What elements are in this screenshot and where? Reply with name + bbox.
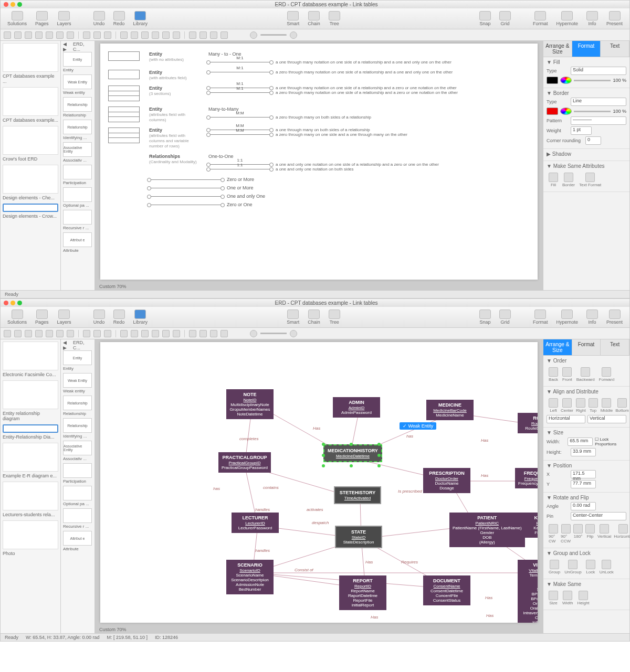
page-thumb[interactable]: [3, 165, 58, 194]
pages-button[interactable]: Pages: [33, 308, 51, 326]
redo-button[interactable]: Redo: [111, 10, 128, 27]
entity-pg[interactable]: PRACTICALGROUPPracticalGroupIDPracticalG…: [218, 452, 271, 473]
tab-text[interactable]: Text: [601, 41, 629, 57]
zoom-in-icon[interactable]: [290, 330, 297, 337]
minimize-icon[interactable]: [10, 301, 15, 305]
entity-report[interactable]: REPORTReportIDReportNameRaportDatetimeRe…: [339, 575, 386, 610]
info-button[interactable]: Info: [584, 10, 601, 27]
chain-button[interactable]: Chain: [305, 10, 323, 27]
tool-icon[interactable]: [220, 31, 228, 39]
library-shape[interactable]: [63, 463, 92, 478]
library-shape[interactable]: Relationship: [63, 97, 92, 112]
tool-icon[interactable]: [162, 330, 170, 337]
border-color-swatch[interactable]: [547, 108, 558, 115]
flip-v[interactable]: Vertical: [597, 524, 611, 543]
zoom-out-icon[interactable]: [250, 330, 257, 337]
hypernote-button[interactable]: Hypernote: [553, 308, 581, 326]
library-shape[interactable]: Associative Entity: [63, 142, 92, 157]
tool-icon[interactable]: [152, 31, 159, 39]
close-icon[interactable]: [4, 2, 8, 7]
present-button[interactable]: Present: [604, 308, 625, 326]
hypernote-button[interactable]: Hypernote: [553, 10, 581, 27]
tool-icon[interactable]: [25, 330, 32, 337]
pattern-select[interactable]: ————: [571, 116, 626, 125]
page-thumb[interactable]: [3, 380, 58, 409]
same-text-button[interactable]: Text Format: [579, 173, 601, 187]
same-size[interactable]: Size: [549, 591, 558, 605]
lock-button[interactable]: Lock: [586, 560, 595, 574]
unlock-button[interactable]: UnLock: [600, 560, 614, 574]
drawing-page[interactable]: Entity(with no attributes)Many - to - On…: [100, 44, 538, 280]
fill-color-swatch[interactable]: [547, 77, 558, 84]
corner-input[interactable]: 0: [585, 136, 601, 145]
tool-icon[interactable]: [35, 330, 43, 337]
tool-icon[interactable]: [173, 330, 180, 337]
smart-button[interactable]: Smart: [284, 308, 302, 326]
library-shape[interactable]: Attribut e: [63, 531, 92, 546]
weight-input[interactable]: 1 pt: [571, 126, 592, 135]
library-shape[interactable]: [63, 187, 92, 202]
text-tool[interactable]: [25, 31, 32, 39]
entity-medhist[interactable]: MEDICATIONHISTORYMedicineDatetime: [323, 444, 382, 462]
tool-icon[interactable]: [152, 330, 159, 337]
height-input[interactable]: 33.9 mm: [571, 448, 596, 456]
grid-button[interactable]: Grid: [497, 308, 513, 326]
tool-icon[interactable]: [4, 330, 11, 337]
tool-icon[interactable]: [131, 31, 138, 39]
page-thumb[interactable]: [3, 482, 58, 510]
tool-icon[interactable]: [104, 31, 111, 39]
tool-icon[interactable]: [83, 330, 90, 337]
flip-h[interactable]: Horizontal: [614, 524, 630, 543]
format-button[interactable]: Format: [530, 308, 551, 326]
grid-button[interactable]: Grid: [497, 10, 513, 27]
same-border-button[interactable]: Border: [562, 173, 575, 187]
library-shape[interactable]: Attribut e: [63, 232, 92, 247]
y-input[interactable]: 77.7 mm: [571, 480, 596, 488]
page-thumb[interactable]: [3, 342, 58, 370]
zoom-label[interactable]: Custom 70%: [99, 284, 127, 289]
page-thumb[interactable]: [3, 126, 58, 155]
tool-icon[interactable]: [210, 330, 217, 337]
tab-arrange[interactable]: Arrange & Size: [543, 41, 572, 57]
format-button[interactable]: Format: [530, 10, 551, 27]
entity-keyword[interactable]: KEYWORDKeywordIDKeywordDescFieldsToMap: [523, 513, 538, 538]
color-wheel-icon[interactable]: [560, 77, 572, 84]
page-thumb[interactable]: [3, 424, 58, 433]
tool-icon[interactable]: [56, 31, 64, 39]
rotate-180[interactable]: 180°: [573, 524, 583, 543]
page-thumb[interactable]: [3, 443, 58, 472]
entity-state[interactable]: STATEStateIDStateDescription: [335, 526, 382, 548]
library-tabs[interactable]: ◀ ▶ ERD, C...: [63, 342, 92, 349]
tree-button[interactable]: Tree: [326, 308, 343, 326]
zoom-icon[interactable]: [17, 301, 22, 305]
library-shape[interactable]: Entity: [63, 350, 92, 365]
tool-icon[interactable]: [162, 31, 170, 39]
library-shape[interactable]: Relationship: [63, 396, 92, 410]
tab-text[interactable]: Text: [601, 339, 629, 355]
chain-button[interactable]: Chain: [305, 308, 323, 326]
library-button[interactable]: Library: [131, 308, 151, 326]
zoom-icon[interactable]: [17, 2, 22, 7]
entity-note[interactable]: NOTENoteIDMultidisciplinaryNoteGropuMemb…: [226, 389, 274, 419]
minimize-icon[interactable]: [10, 2, 15, 7]
entity-vitals[interactable]: VITALSVitalDatetimeTemperatureRRHRSPOBPs…: [518, 560, 538, 623]
pin-select[interactable]: Center-Center: [571, 512, 626, 520]
color-wheel-icon[interactable]: [560, 108, 572, 115]
align-middle[interactable]: Middle: [601, 398, 613, 413]
snap-button[interactable]: Snap: [477, 308, 494, 326]
library-tabs[interactable]: ◀ ▶ ERD, C...: [63, 43, 92, 50]
drawing-page[interactable]: ✓ Weak Entity NOTENoteIDMultidisciplinar…: [100, 342, 538, 623]
tool-icon[interactable]: [104, 330, 111, 337]
tool-icon[interactable]: [141, 330, 149, 337]
library-shape[interactable]: Relationship: [63, 418, 92, 433]
layers-button[interactable]: Layers: [55, 308, 74, 326]
entity-stetehist[interactable]: STETEHISTORYTimeActivated: [334, 486, 381, 504]
library-shape[interactable]: [63, 486, 92, 500]
tool-icon[interactable]: [67, 31, 74, 39]
same-height[interactable]: Height: [577, 591, 589, 605]
forward-button[interactable]: Forward: [599, 367, 614, 382]
tool-icon[interactable]: [131, 330, 138, 337]
tool-icon[interactable]: [210, 31, 217, 39]
library-shape[interactable]: Entity: [63, 52, 92, 67]
page-thumb[interactable]: [3, 520, 58, 549]
